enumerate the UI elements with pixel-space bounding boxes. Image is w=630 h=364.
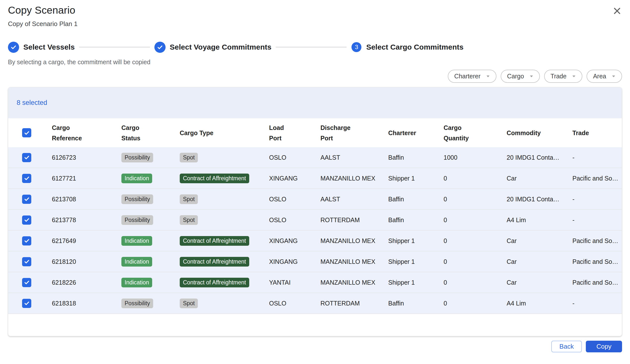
load-port-cell: XINGANG: [269, 237, 320, 244]
column-header: Commodity: [507, 128, 572, 138]
select-all-cell: [8, 128, 52, 137]
filter-cargo-dropdown[interactable]: Cargo: [501, 70, 540, 83]
filter-bar: ChartererCargoTradeArea: [8, 70, 622, 83]
load-port-cell: OSLO: [269, 300, 320, 307]
discharge-port-cell: ROTTERDAM: [320, 216, 388, 224]
cargo-quantity-cell: 0: [444, 300, 507, 307]
filter-area-dropdown[interactable]: Area: [586, 70, 622, 83]
load-port-cell: OSLO: [269, 154, 320, 161]
cargo-type-badge: Spot: [180, 194, 198, 204]
back-button[interactable]: Back: [551, 341, 582, 352]
stepper-step-1[interactable]: Select Vessels: [8, 42, 75, 53]
cargo-type-badge: Contract of Affreightment: [180, 236, 249, 246]
table-row: 6218226IndicationContract of Affreightme…: [8, 272, 622, 293]
row-checkbox[interactable]: [22, 257, 31, 266]
discharge-port-cell: MANZANILLO MEX: [320, 279, 388, 286]
table-row: 6213708PossibilitySpotOSLOAALSTBaffin020…: [8, 189, 622, 210]
cargo-type-badge: Contract of Affreightment: [180, 174, 249, 183]
commodity-cell: Car: [507, 279, 572, 286]
discharge-port-cell: AALST: [320, 154, 388, 161]
row-checkbox[interactable]: [22, 174, 31, 183]
check-icon: [24, 237, 30, 244]
load-port-cell: OSLO: [269, 216, 320, 224]
cargo-quantity-cell: 0: [444, 237, 507, 244]
close-icon[interactable]: [612, 5, 622, 17]
cargo-quantity-cell: 0: [444, 216, 507, 224]
load-port-cell: XINGANG: [269, 258, 320, 265]
row-checkbox-cell: [8, 153, 52, 162]
copy-button[interactable]: Copy: [586, 341, 622, 352]
commodity-cell: Car: [507, 258, 572, 265]
row-checkbox[interactable]: [22, 278, 31, 287]
cargo-reference-cell: 6218318: [52, 300, 122, 307]
chevron-down-icon: [530, 75, 534, 78]
cargo-status-cell: Indication: [122, 236, 180, 246]
row-checkbox[interactable]: [22, 299, 31, 308]
chevron-down-icon: [486, 75, 490, 78]
cargo-status-badge: Indication: [122, 174, 152, 183]
trade-cell: Pacific and So…: [572, 237, 622, 244]
dialog-footer: Back Copy: [8, 341, 622, 352]
charterer-cell: Shipper 1: [388, 258, 444, 265]
load-port-cell: YANTAI: [269, 279, 320, 286]
row-checkbox[interactable]: [22, 195, 31, 204]
commodity-cell: Car: [507, 175, 572, 182]
cargo-type-cell: Spot: [180, 194, 269, 204]
select-all-checkbox[interactable]: [22, 128, 31, 137]
check-icon: [24, 175, 30, 182]
table-row: 6218318PossibilitySpotOSLOROTTERDAMBaffi…: [8, 293, 622, 314]
cargo-reference-cell: 6218120: [52, 258, 122, 265]
cargo-type-badge: Contract of Affreightment: [180, 257, 249, 267]
cargo-quantity-cell: 0: [444, 279, 507, 286]
charterer-cell: Shipper 1: [388, 237, 444, 244]
check-icon: [24, 279, 30, 286]
column-header: Trade: [572, 128, 622, 138]
commodity-cell: A4 Lim: [507, 300, 572, 307]
step-3-label: Select Cargo Commitments: [366, 43, 464, 51]
cargo-status-cell: Possibility: [122, 194, 180, 204]
filter-label: Area: [593, 73, 606, 80]
cargo-status-cell: Possibility: [122, 215, 180, 225]
cargo-type-cell: Spot: [180, 153, 269, 163]
trade-cell: -: [572, 216, 622, 224]
stepper-step-2[interactable]: Select Voyage Commitments: [154, 42, 272, 53]
trade-cell: Pacific and So…: [572, 258, 622, 265]
cargo-commitments-card: 8 selected Cargo ReferenceCargo StatusCa…: [8, 87, 622, 336]
charterer-cell: Baffin: [388, 154, 444, 161]
table-header: Cargo ReferenceCargo StatusCargo TypeLoa…: [8, 118, 622, 147]
stepper: Select VesselsSelect Voyage Commitments3…: [8, 41, 622, 54]
chevron-down-icon: [572, 75, 576, 78]
cargo-type-cell: Spot: [180, 215, 269, 225]
cargo-reference-cell: 6217649: [52, 237, 122, 244]
table-row: 6218120IndicationContract of Affreightme…: [8, 251, 622, 272]
commodity-cell: 20 IMDG1 Conta…: [507, 154, 572, 161]
filter-charterer-dropdown[interactable]: Charterer: [448, 70, 496, 83]
trade-cell: -: [572, 154, 622, 161]
stepper-step-3[interactable]: 3Select Cargo Commitments: [351, 42, 464, 52]
row-checkbox[interactable]: [22, 236, 31, 245]
commodity-cell: 20 IMDG1 Conta…: [507, 196, 572, 203]
helper-text: By selecting a cargo, the commitment wil…: [8, 58, 622, 66]
cargo-type-badge: Spot: [180, 299, 198, 308]
discharge-port-cell: AALST: [320, 196, 388, 203]
check-icon: [10, 44, 17, 51]
step-number: 3: [355, 44, 358, 51]
cargo-quantity-cell: 0: [444, 196, 507, 203]
row-checkbox[interactable]: [22, 153, 31, 162]
filter-trade-dropdown[interactable]: Trade: [544, 70, 582, 83]
cargo-status-badge: Possibility: [122, 299, 153, 308]
cargo-status-cell: Possibility: [122, 153, 180, 163]
row-checkbox-cell: [8, 236, 52, 245]
column-header: Cargo Status: [122, 123, 180, 143]
dialog-subtitle: Copy of Scenario Plan 1: [8, 20, 622, 28]
cargo-type-cell: Contract of Affreightment: [180, 236, 269, 246]
row-checkbox-cell: [8, 299, 52, 308]
copy-scenario-dialog: Copy Scenario Copy of Scenario Plan 1 Se…: [0, 0, 630, 364]
row-checkbox-cell: [8, 215, 52, 225]
cargo-reference-cell: 6213708: [52, 196, 122, 203]
row-checkbox[interactable]: [22, 215, 31, 225]
step-1-label: Select Vessels: [23, 43, 75, 51]
row-checkbox-cell: [8, 174, 52, 183]
check-icon: [24, 217, 30, 223]
step-3-circle: 3: [352, 42, 362, 52]
